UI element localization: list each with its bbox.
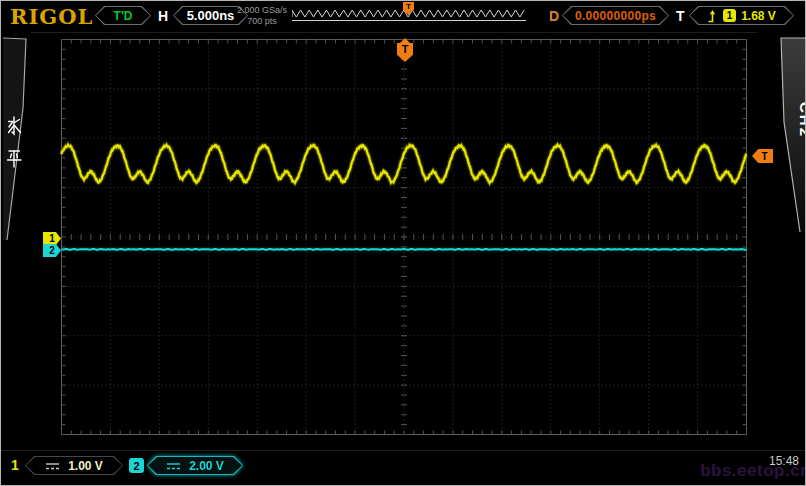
trigger-source-badge: 1 [723,9,736,22]
ch2-status[interactable]: 2.00 V [147,456,243,475]
dc-coupling-icon [166,462,181,470]
horizontal-menu-tab[interactable] [1,32,31,292]
ch1-number: 1 [11,457,19,473]
trigger-level-marker[interactable]: T [752,149,773,163]
rigol-logo: RIGOL [10,4,93,29]
trigger-status-indicator[interactable]: T'D [95,6,151,25]
ch2-number-badge: 2 [129,458,144,473]
right-sidebar: CH2 [757,32,806,451]
channel2-tab-label: CH2 [797,102,806,138]
trigger-status-text: T'D [114,9,133,23]
horizontal-menu-label: H [158,8,168,24]
clock: 15:48 [769,454,799,468]
trigger-delay-display[interactable]: 0.00000000ps [562,6,669,25]
rising-edge-icon [707,9,718,23]
trigger-level-value: 1.68 V [741,9,776,23]
ch1-ground-marker[interactable]: 1 [43,232,61,245]
memory-depth-text: 700 pts [229,16,295,27]
oscilloscope-screen: RIGOL T'D H 5.000ns 2.000 GSa/s 700 pts … [0,0,806,486]
sample-rate-text: 2.000 GSa/s [229,5,295,16]
trigger-menu-label: T [676,8,685,24]
dc-coupling-icon [45,462,60,470]
timebase-value: 5.000ns [187,8,235,23]
delay-label: D [549,8,559,24]
ch1-status[interactable]: 1.00 V [25,456,123,475]
bottom-status-bar: 1 1.00 V 2 2.00 V [1,450,805,485]
top-status-bar: RIGOL T'D H 5.000ns 2.000 GSa/s 700 pts … [1,1,805,33]
acquisition-info: 2.000 GSa/s 700 pts [229,5,295,27]
ch2-ground-marker[interactable]: 2 [43,244,61,257]
ch1-scale-value: 1.00 V [68,459,103,473]
trigger-settings-display[interactable]: 1 1.68 V [689,6,794,25]
graticule-and-traces-canvas [60,38,748,436]
trigger-delay-value: 0.00000000ps [575,9,656,23]
left-sidebar [1,32,31,451]
ch2-scale-value: 2.00 V [189,459,224,473]
